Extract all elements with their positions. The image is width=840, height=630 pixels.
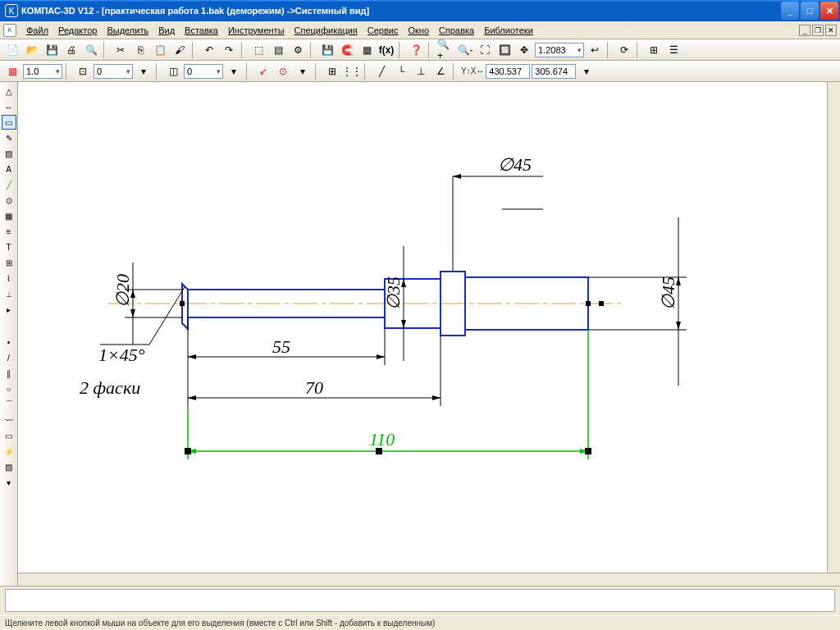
close-button[interactable]: ✕ [820,2,838,20]
tool-grid-icon[interactable]: ⊞ [2,255,16,270]
step-dropdown[interactable]: 0 [94,64,133,79]
perp-button[interactable]: ⊥ [412,62,430,80]
table-button[interactable]: ▦ [358,41,376,59]
scale-dropdown[interactable]: 1.0 [23,64,62,79]
menu-bar: K Файл Редактор Выделить Вид Вставка Инс… [0,21,840,39]
tool-a-button[interactable]: ⬚ [249,41,267,59]
tool-t-icon[interactable]: T [2,240,16,254]
tool-text-icon[interactable]: A [2,162,16,176]
tool-arrow-icon[interactable]: ▸ [2,302,16,317]
menu-help[interactable]: Справка [434,24,479,37]
menu-view[interactable]: Вид [153,24,180,37]
step-config-button[interactable]: ▾ [135,62,153,80]
line-style-button[interactable]: ╱ [372,62,390,80]
minimize-button[interactable]: _ [781,2,799,20]
mdi-restore[interactable]: ❐ [812,25,824,36]
pan-button[interactable]: ✥ [515,41,533,59]
scrollbar-vertical[interactable] [827,82,840,573]
refresh-button[interactable]: ⟳ [615,41,633,59]
property-box[interactable] [5,589,835,612]
coord-x-input[interactable] [486,64,530,79]
step-icon[interactable]: ⊡ [74,62,92,80]
redo-button[interactable]: ↷ [220,41,238,59]
tool-flash-icon[interactable]: ⚡ [2,444,16,459]
snap-config-button[interactable]: ▾ [294,62,312,80]
property-panel [0,586,840,615]
undo-button[interactable]: ↶ [200,41,218,59]
snap-point-button[interactable]: ↙ [254,62,272,80]
paste-button[interactable]: 📋 [151,41,169,59]
menu-service[interactable]: Сервис [363,24,404,37]
tool-curve-icon[interactable]: ⌇ [2,271,16,285]
print-button[interactable]: 🖨 [62,41,80,59]
open-button[interactable]: 📂 [23,41,41,59]
tool-seg-icon[interactable]: / [2,350,16,365]
tool-constr-icon[interactable]: ⊙ [2,193,16,208]
tool-para-icon[interactable]: ∥ [2,366,16,381]
layer-config-button[interactable]: ▾ [225,62,243,80]
grid-snap-button[interactable]: ⋮⋮ [343,62,361,80]
layer-dropdown[interactable]: 0 [184,64,223,79]
grid-button[interactable]: ▦ [3,62,21,80]
tool-arc-icon[interactable]: ⌒ [2,397,16,412]
zoom-fit-button[interactable]: ⛶ [476,41,494,59]
tool-b-button[interactable]: ▤ [269,41,287,59]
drawing-canvas[interactable]: ∅45 ∅20 ∅35 [18,82,827,573]
menu-spec[interactable]: Спецификация [290,24,363,37]
zoom-out-button[interactable]: 🔍- [456,41,474,59]
magnet-button[interactable]: 🧲 [338,41,356,59]
tool-select-icon[interactable]: ▭ [2,115,16,130]
preview-button[interactable]: 🔍 [82,41,100,59]
window-list-button[interactable]: ☰ [664,41,682,59]
scrollbar-horizontal[interactable] [18,573,840,586]
zoom-value[interactable]: 1.2083 [535,43,584,57]
zoom-prev-button[interactable]: ↩ [586,41,604,59]
fx-button[interactable]: f(x) [377,41,395,59]
ucs-button[interactable]: └ [392,62,410,80]
menu-tools[interactable]: Инструменты [223,24,290,37]
app-icon: K [5,4,18,17]
tool-fill-icon[interactable]: ▨ [2,459,16,474]
menu-edit[interactable]: Редактор [53,24,102,37]
tool-rect-icon[interactable]: ▭ [2,428,16,443]
mdi-minimize[interactable]: _ [799,25,810,36]
ortho-button[interactable]: ⊞ [323,62,341,80]
angle-button[interactable]: ∠ [431,62,450,80]
save-button[interactable]: 💾 [43,41,61,59]
tool-measure-icon[interactable]: ⟂ [2,286,16,301]
window-new-button[interactable]: ⊞ [645,41,663,59]
tool-geom-icon[interactable]: △ [2,84,16,98]
menu-file[interactable]: Файл [21,24,53,37]
menu-select[interactable]: Выделить [102,24,153,37]
cut-button[interactable]: ✂ [112,41,130,59]
copy-button[interactable]: ⎘ [131,41,149,59]
save2-button[interactable]: 💾 [318,41,336,59]
coord-y-input[interactable] [532,64,576,79]
svg-marker-32 [188,395,196,400]
menu-insert[interactable]: Вставка [180,24,223,37]
snap-mid-button[interactable]: ⊙ [274,62,292,80]
tool-chevron-down-icon[interactable]: ▾ [2,475,16,490]
dim-110: 110 [369,429,395,450]
menu-libs[interactable]: Библиотеки [479,24,538,37]
copyprops-button[interactable]: 🖌 [171,41,189,59]
zoom-window-button[interactable]: 🔲 [495,41,514,59]
tool-table-icon[interactable]: ▦ [2,208,16,223]
coord-config-button[interactable]: ▾ [578,62,596,80]
tool-edit-icon[interactable]: ✎ [2,130,16,145]
tool-line-icon[interactable]: ╱ [2,177,16,192]
tool-spline-icon[interactable]: 〰 [2,413,16,427]
tool-dim-icon[interactable]: ↔ [2,99,16,114]
tool-spec-icon[interactable]: ≡ [2,224,16,239]
new-button[interactable]: 📄 [3,41,21,59]
maximize-button[interactable]: □ [801,2,819,20]
tool-point-icon[interactable]: • [2,335,16,349]
help-button[interactable]: ❓ [407,41,425,59]
mdi-close[interactable]: ✕ [825,25,837,36]
zoom-in-button[interactable]: 🔍+ [436,41,454,59]
tool-hatch-icon[interactable]: ▨ [2,146,16,161]
properties-button[interactable]: ⚙ [289,41,307,59]
layer-icon[interactable]: ◫ [164,62,182,80]
menu-window[interactable]: Окно [403,24,434,37]
tool-circle-icon[interactable]: ○ [2,381,16,396]
